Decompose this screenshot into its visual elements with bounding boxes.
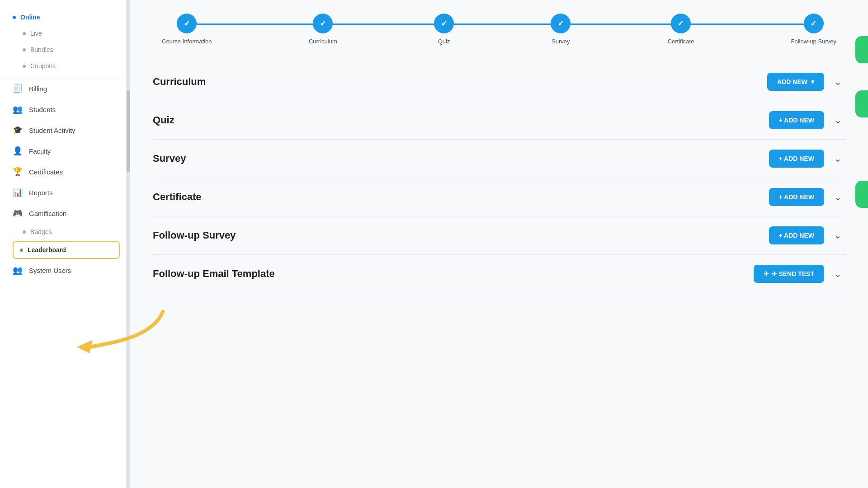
step-quiz: ✓ Quiz [434, 14, 454, 45]
scrollbar-thumb[interactable] [127, 90, 130, 172]
chevron-curriculum-button[interactable]: ⌄ [830, 75, 845, 89]
section-certificate: Certificate + ADD NEW ⌄ [153, 178, 845, 216]
send-test-button[interactable]: ✈ ✈ SEND TEST [754, 265, 824, 283]
sidebar-item-online[interactable]: Online [0, 9, 126, 25]
add-new-survey-button[interactable]: + ADD NEW [769, 150, 824, 168]
section-actions-follow-up-email: ✈ ✈ SEND TEST ⌄ [754, 265, 845, 283]
system-users-icon: 👥 [13, 265, 23, 275]
dropdown-arrow-icon: ▾ [811, 78, 814, 85]
students-icon: 👥 [13, 104, 23, 114]
billing-icon: 🧾 [13, 84, 23, 94]
section-actions-certificate: + ADD NEW ⌄ [769, 188, 845, 206]
chevron-follow-up-survey-button[interactable]: ⌄ [830, 228, 845, 243]
section-quiz: Quiz + ADD NEW ⌄ [153, 101, 845, 140]
add-new-certificate-button[interactable]: + ADD NEW [769, 188, 824, 206]
reports-icon: 📊 [13, 188, 23, 197]
student-activity-icon: 🎓 [13, 125, 23, 135]
step-circle-follow-up-survey: ✓ [804, 14, 824, 33]
send-icon: ✈ [764, 270, 769, 277]
sidebar: Online Live Bundles Coupons 🧾 Billing 👥 … [0, 0, 127, 488]
step-circle-certificate: ✓ [671, 14, 691, 33]
add-new-curriculum-button[interactable]: ADD NEW ▾ [767, 73, 824, 91]
step-circle-curriculum: ✓ [313, 14, 333, 33]
sidebar-item-system-users[interactable]: 👥 System Users [0, 260, 126, 281]
sidebar-item-faculty[interactable]: 👤 Faculty [0, 141, 126, 161]
green-accent-bar-2 [855, 90, 868, 117]
step-circle-course-info: ✓ [177, 14, 197, 33]
section-actions-curriculum: ADD NEW ▾ ⌄ [767, 73, 845, 91]
sidebar-item-student-activity[interactable]: 🎓 Student Activity [0, 120, 126, 141]
sidebar-item-live[interactable]: Live [0, 25, 126, 42]
step-circle-quiz: ✓ [434, 14, 454, 33]
sidebar-item-gamification[interactable]: 🎮 Gamification [0, 203, 126, 224]
leaderboard-dot [20, 249, 23, 252]
sidebar-item-coupons[interactable]: Coupons [0, 58, 126, 74]
step-label-follow-up-survey: Follow-up Survey [791, 38, 836, 45]
chevron-follow-up-email-button[interactable]: ⌄ [830, 267, 845, 281]
sidebar-item-billing[interactable]: 🧾 Billing [0, 78, 126, 99]
section-actions-follow-up-survey: + ADD NEW ⌄ [769, 226, 845, 244]
main-content: ✓ Course Information ✓ Curriculum ✓ Quiz… [130, 0, 868, 488]
divider [0, 76, 126, 76]
sidebar-item-badges[interactable]: Badges [0, 224, 126, 240]
step-label-certificate: Certificate [668, 38, 694, 45]
stepper: ✓ Course Information ✓ Curriculum ✓ Quiz… [153, 14, 845, 45]
step-follow-up-survey: ✓ Follow-up Survey [791, 14, 836, 45]
step-label-course-info: Course Information [162, 38, 212, 45]
section-title-survey: Survey [153, 153, 186, 164]
step-certificate: ✓ Certificate [668, 14, 694, 45]
chevron-survey-button[interactable]: ⌄ [830, 151, 845, 166]
stepper-line [180, 23, 818, 25]
step-survey: ✓ Survey [551, 14, 571, 45]
step-label-quiz: Quiz [438, 38, 450, 45]
section-follow-up-email: Follow-up Email Template ✈ ✈ SEND TEST ⌄ [153, 255, 845, 293]
section-survey: Survey + ADD NEW ⌄ [153, 140, 845, 178]
section-title-quiz: Quiz [153, 114, 175, 126]
green-accent-bar-3 [855, 181, 868, 208]
section-title-certificate: Certificate [153, 191, 202, 203]
section-curriculum: Curriculum ADD NEW ▾ ⌄ [153, 63, 845, 101]
faculty-icon: 👤 [13, 146, 23, 156]
step-circle-survey: ✓ [551, 14, 571, 33]
sidebar-item-bundles[interactable]: Bundles [0, 42, 126, 58]
step-label-survey: Survey [552, 38, 570, 45]
section-title-follow-up-email: Follow-up Email Template [153, 268, 275, 280]
chevron-certificate-button[interactable]: ⌄ [830, 190, 845, 204]
section-title-curriculum: Curriculum [153, 76, 206, 88]
certificates-icon: 🏆 [13, 167, 23, 177]
sidebar-item-students[interactable]: 👥 Students [0, 99, 126, 120]
step-curriculum: ✓ Curriculum [309, 14, 337, 45]
chevron-quiz-button[interactable]: ⌄ [830, 113, 845, 127]
section-title-follow-up-survey: Follow-up Survey [153, 230, 236, 241]
add-new-quiz-button[interactable]: + ADD NEW [769, 111, 824, 129]
gamification-icon: 🎮 [13, 208, 23, 218]
section-follow-up-survey: Follow-up Survey + ADD NEW ⌄ [153, 216, 845, 255]
add-new-followup-survey-button[interactable]: + ADD NEW [769, 226, 824, 244]
section-actions-survey: + ADD NEW ⌄ [769, 150, 845, 168]
scrollbar[interactable] [127, 0, 130, 488]
green-accent-bar-1 [855, 36, 868, 63]
sidebar-item-certificates[interactable]: 🏆 Certificates [0, 161, 126, 182]
step-label-curriculum: Curriculum [309, 38, 337, 45]
sidebar-item-leaderboard[interactable]: Leaderboard [13, 241, 120, 259]
sidebar-item-reports[interactable]: 📊 Reports [0, 182, 126, 203]
section-actions-quiz: + ADD NEW ⌄ [769, 111, 845, 129]
step-course-info: ✓ Course Information [162, 14, 212, 45]
